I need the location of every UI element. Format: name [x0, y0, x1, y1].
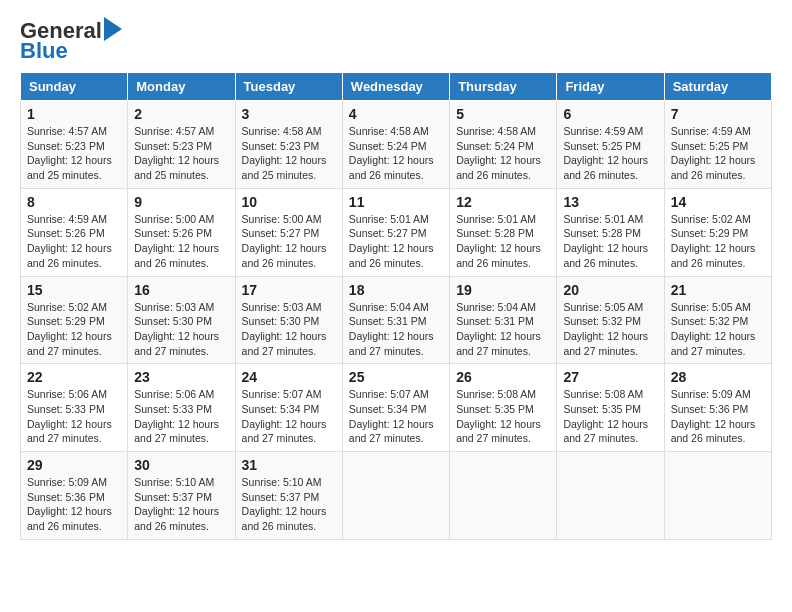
calendar-cell: 16Sunrise: 5:03 AM Sunset: 5:30 PM Dayli…	[128, 276, 235, 364]
calendar-header: SundayMondayTuesdayWednesdayThursdayFrid…	[21, 73, 772, 101]
day-info: Sunrise: 5:03 AM Sunset: 5:30 PM Dayligh…	[242, 300, 336, 359]
day-number: 15	[27, 282, 121, 298]
day-number: 21	[671, 282, 765, 298]
calendar-cell	[664, 452, 771, 540]
week-row-4: 22Sunrise: 5:06 AM Sunset: 5:33 PM Dayli…	[21, 364, 772, 452]
calendar-cell: 2Sunrise: 4:57 AM Sunset: 5:23 PM Daylig…	[128, 101, 235, 189]
day-number: 30	[134, 457, 228, 473]
week-row-2: 8Sunrise: 4:59 AM Sunset: 5:26 PM Daylig…	[21, 188, 772, 276]
day-number: 16	[134, 282, 228, 298]
week-row-1: 1Sunrise: 4:57 AM Sunset: 5:23 PM Daylig…	[21, 101, 772, 189]
day-of-week-friday: Friday	[557, 73, 664, 101]
logo-text-blue: Blue	[20, 40, 68, 62]
day-info: Sunrise: 4:58 AM Sunset: 5:23 PM Dayligh…	[242, 124, 336, 183]
page-header: General Blue	[20, 20, 772, 62]
logo: General Blue	[20, 20, 122, 62]
day-info: Sunrise: 5:00 AM Sunset: 5:26 PM Dayligh…	[134, 212, 228, 271]
calendar-cell: 1Sunrise: 4:57 AM Sunset: 5:23 PM Daylig…	[21, 101, 128, 189]
calendar-cell: 22Sunrise: 5:06 AM Sunset: 5:33 PM Dayli…	[21, 364, 128, 452]
day-info: Sunrise: 4:58 AM Sunset: 5:24 PM Dayligh…	[349, 124, 443, 183]
day-number: 18	[349, 282, 443, 298]
day-number: 10	[242, 194, 336, 210]
calendar-cell: 17Sunrise: 5:03 AM Sunset: 5:30 PM Dayli…	[235, 276, 342, 364]
calendar-cell: 7Sunrise: 4:59 AM Sunset: 5:25 PM Daylig…	[664, 101, 771, 189]
day-number: 28	[671, 369, 765, 385]
calendar-cell: 10Sunrise: 5:00 AM Sunset: 5:27 PM Dayli…	[235, 188, 342, 276]
calendar-cell: 28Sunrise: 5:09 AM Sunset: 5:36 PM Dayli…	[664, 364, 771, 452]
day-info: Sunrise: 5:01 AM Sunset: 5:28 PM Dayligh…	[456, 212, 550, 271]
calendar-cell: 13Sunrise: 5:01 AM Sunset: 5:28 PM Dayli…	[557, 188, 664, 276]
day-number: 8	[27, 194, 121, 210]
day-number: 12	[456, 194, 550, 210]
day-number: 25	[349, 369, 443, 385]
day-number: 24	[242, 369, 336, 385]
calendar-cell: 4Sunrise: 4:58 AM Sunset: 5:24 PM Daylig…	[342, 101, 449, 189]
day-number: 11	[349, 194, 443, 210]
calendar-cell: 23Sunrise: 5:06 AM Sunset: 5:33 PM Dayli…	[128, 364, 235, 452]
calendar-cell: 6Sunrise: 4:59 AM Sunset: 5:25 PM Daylig…	[557, 101, 664, 189]
calendar-cell: 25Sunrise: 5:07 AM Sunset: 5:34 PM Dayli…	[342, 364, 449, 452]
day-info: Sunrise: 5:07 AM Sunset: 5:34 PM Dayligh…	[349, 387, 443, 446]
day-number: 6	[563, 106, 657, 122]
day-number: 4	[349, 106, 443, 122]
day-info: Sunrise: 5:10 AM Sunset: 5:37 PM Dayligh…	[134, 475, 228, 534]
calendar-cell: 21Sunrise: 5:05 AM Sunset: 5:32 PM Dayli…	[664, 276, 771, 364]
calendar-cell: 8Sunrise: 4:59 AM Sunset: 5:26 PM Daylig…	[21, 188, 128, 276]
calendar-cell: 15Sunrise: 5:02 AM Sunset: 5:29 PM Dayli…	[21, 276, 128, 364]
calendar-cell	[450, 452, 557, 540]
day-of-week-thursday: Thursday	[450, 73, 557, 101]
calendar-cell	[557, 452, 664, 540]
calendar-cell: 9Sunrise: 5:00 AM Sunset: 5:26 PM Daylig…	[128, 188, 235, 276]
day-info: Sunrise: 5:00 AM Sunset: 5:27 PM Dayligh…	[242, 212, 336, 271]
day-number: 7	[671, 106, 765, 122]
day-number: 9	[134, 194, 228, 210]
day-number: 20	[563, 282, 657, 298]
day-number: 23	[134, 369, 228, 385]
calendar-cell: 5Sunrise: 4:58 AM Sunset: 5:24 PM Daylig…	[450, 101, 557, 189]
day-info: Sunrise: 5:09 AM Sunset: 5:36 PM Dayligh…	[27, 475, 121, 534]
day-of-week-tuesday: Tuesday	[235, 73, 342, 101]
day-info: Sunrise: 5:06 AM Sunset: 5:33 PM Dayligh…	[27, 387, 121, 446]
day-info: Sunrise: 5:10 AM Sunset: 5:37 PM Dayligh…	[242, 475, 336, 534]
day-info: Sunrise: 5:06 AM Sunset: 5:33 PM Dayligh…	[134, 387, 228, 446]
calendar-cell: 19Sunrise: 5:04 AM Sunset: 5:31 PM Dayli…	[450, 276, 557, 364]
day-number: 17	[242, 282, 336, 298]
day-info: Sunrise: 5:01 AM Sunset: 5:28 PM Dayligh…	[563, 212, 657, 271]
day-info: Sunrise: 5:04 AM Sunset: 5:31 PM Dayligh…	[456, 300, 550, 359]
week-row-5: 29Sunrise: 5:09 AM Sunset: 5:36 PM Dayli…	[21, 452, 772, 540]
day-number: 5	[456, 106, 550, 122]
day-info: Sunrise: 4:58 AM Sunset: 5:24 PM Dayligh…	[456, 124, 550, 183]
day-number: 26	[456, 369, 550, 385]
calendar-table: SundayMondayTuesdayWednesdayThursdayFrid…	[20, 72, 772, 540]
day-info: Sunrise: 5:08 AM Sunset: 5:35 PM Dayligh…	[456, 387, 550, 446]
day-info: Sunrise: 4:59 AM Sunset: 5:25 PM Dayligh…	[671, 124, 765, 183]
calendar-cell: 12Sunrise: 5:01 AM Sunset: 5:28 PM Dayli…	[450, 188, 557, 276]
day-info: Sunrise: 5:03 AM Sunset: 5:30 PM Dayligh…	[134, 300, 228, 359]
day-number: 29	[27, 457, 121, 473]
calendar-cell: 14Sunrise: 5:02 AM Sunset: 5:29 PM Dayli…	[664, 188, 771, 276]
day-number: 31	[242, 457, 336, 473]
day-of-week-saturday: Saturday	[664, 73, 771, 101]
day-number: 13	[563, 194, 657, 210]
calendar-cell: 3Sunrise: 4:58 AM Sunset: 5:23 PM Daylig…	[235, 101, 342, 189]
day-number: 14	[671, 194, 765, 210]
day-number: 22	[27, 369, 121, 385]
day-info: Sunrise: 4:59 AM Sunset: 5:25 PM Dayligh…	[563, 124, 657, 183]
calendar-cell: 20Sunrise: 5:05 AM Sunset: 5:32 PM Dayli…	[557, 276, 664, 364]
calendar-cell: 26Sunrise: 5:08 AM Sunset: 5:35 PM Dayli…	[450, 364, 557, 452]
calendar-cell	[342, 452, 449, 540]
day-number: 3	[242, 106, 336, 122]
day-of-week-wednesday: Wednesday	[342, 73, 449, 101]
calendar-cell: 18Sunrise: 5:04 AM Sunset: 5:31 PM Dayli…	[342, 276, 449, 364]
day-info: Sunrise: 5:09 AM Sunset: 5:36 PM Dayligh…	[671, 387, 765, 446]
day-info: Sunrise: 5:08 AM Sunset: 5:35 PM Dayligh…	[563, 387, 657, 446]
day-number: 1	[27, 106, 121, 122]
day-of-week-monday: Monday	[128, 73, 235, 101]
day-of-week-sunday: Sunday	[21, 73, 128, 101]
day-info: Sunrise: 4:59 AM Sunset: 5:26 PM Dayligh…	[27, 212, 121, 271]
day-info: Sunrise: 4:57 AM Sunset: 5:23 PM Dayligh…	[134, 124, 228, 183]
day-info: Sunrise: 5:04 AM Sunset: 5:31 PM Dayligh…	[349, 300, 443, 359]
day-info: Sunrise: 5:05 AM Sunset: 5:32 PM Dayligh…	[563, 300, 657, 359]
calendar-cell: 11Sunrise: 5:01 AM Sunset: 5:27 PM Dayli…	[342, 188, 449, 276]
day-info: Sunrise: 5:05 AM Sunset: 5:32 PM Dayligh…	[671, 300, 765, 359]
